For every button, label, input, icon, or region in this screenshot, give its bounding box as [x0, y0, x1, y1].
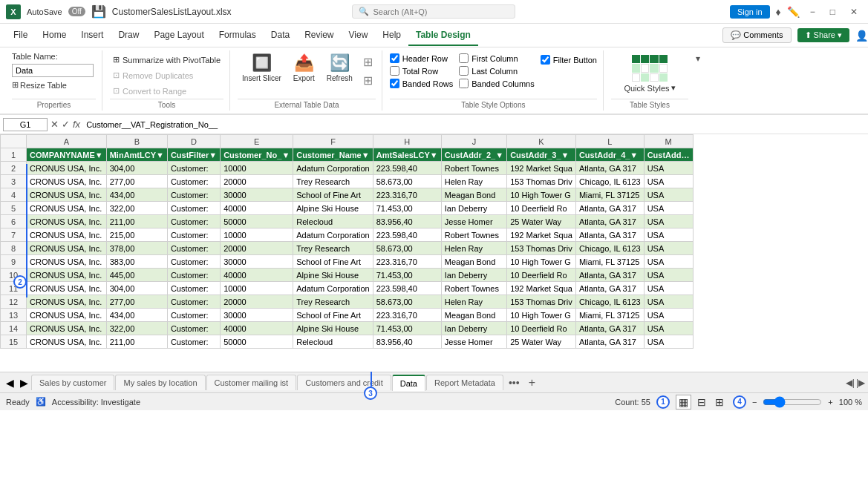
search-input[interactable] — [373, 7, 492, 16]
cell-5-6[interactable]: Ian Deberry — [441, 202, 506, 215]
cell-11-6[interactable]: Robert Townes — [441, 282, 506, 295]
cell-5-1[interactable]: 322,00 — [106, 202, 167, 215]
cell-7-0[interactable]: CRONUS USA, Inc. — [27, 228, 107, 242]
sheet-tab-more[interactable]: ••• — [504, 377, 524, 389]
summarize-pivot-button[interactable]: ⊞ Summarize with PivotTable — [110, 53, 223, 66]
cell-13-2[interactable]: Customer: — [167, 309, 220, 322]
sheet-nav-prev[interactable]: ◀ — [3, 377, 17, 389]
col-J-header[interactable]: J — [441, 135, 506, 148]
cell-3-5[interactable]: 58.673,00 — [373, 175, 441, 188]
cell-11-5[interactable]: 223.598,40 — [373, 282, 441, 295]
tab-insert[interactable]: Insert — [74, 25, 111, 46]
export-button[interactable]: 📤 Export — [289, 50, 319, 85]
cell-8-5[interactable]: 58.673,00 — [373, 242, 441, 255]
cell-7-8[interactable]: Atlanta, GA 317 — [575, 228, 644, 242]
ribbon-collapse-icon[interactable]: 👤 — [855, 30, 868, 42]
cell-12-0[interactable]: CRONUS USA, Inc. — [27, 295, 107, 309]
cell-11-2[interactable]: Customer: — [167, 282, 220, 295]
cell-12-3[interactable]: 20000 — [221, 295, 293, 309]
close-button[interactable]: ✕ — [846, 7, 862, 17]
sheet-add-button[interactable]: + — [524, 376, 540, 389]
sign-in-button[interactable]: Sign in — [730, 5, 770, 19]
sheet-tab-mailing[interactable]: Customer mailing ist — [206, 375, 297, 390]
cell-10-2[interactable]: Customer: — [167, 269, 220, 282]
cell-4-5[interactable]: 223.316,70 — [373, 188, 441, 202]
page-layout-icon[interactable]: ⊟ — [694, 395, 709, 409]
search-box[interactable]: 🔍 — [352, 4, 515, 19]
sheet-tab-my-sales[interactable]: My sales by location — [115, 375, 205, 390]
sheet-tab-customers-credit[interactable]: Customers and credit — [297, 375, 391, 390]
cell-12-7[interactable]: 153 Thomas Driv — [507, 295, 576, 309]
cell-4-9[interactable]: USA — [644, 188, 693, 202]
cell-2-4[interactable]: Adatum Corporation — [293, 162, 373, 175]
tab-help[interactable]: Help — [375, 25, 408, 46]
cell-4-3[interactable]: 30000 — [221, 188, 293, 202]
cell-14-6[interactable]: Ian Deberry — [441, 322, 506, 335]
cell-15-5[interactable]: 83.956,40 — [373, 335, 441, 349]
ribbon-expand-button[interactable]: ▾ — [696, 50, 700, 111]
header-cell-9[interactable]: CustAdd… — [644, 148, 693, 162]
first-column-checkbox[interactable] — [459, 53, 469, 63]
cell-14-1[interactable]: 322,00 — [106, 322, 167, 335]
last-column-checkbox[interactable] — [459, 66, 469, 76]
last-column-checkbox-label[interactable]: Last Column — [459, 66, 534, 76]
cell-6-7[interactable]: 25 Water Way — [507, 215, 576, 228]
cell-14-5[interactable]: 71.453,00 — [373, 322, 441, 335]
banded-columns-checkbox-label[interactable]: Banded Columns — [459, 79, 534, 88]
autosave-toggle[interactable]: Off — [68, 7, 85, 16]
remove-duplicates-button[interactable]: ⊡ Remove Duplicates — [110, 69, 196, 82]
header-cell-7[interactable]: CustAddr_3_▼ — [507, 148, 576, 162]
cell-13-5[interactable]: 223.316,70 — [373, 309, 441, 322]
header-cell-5[interactable]: AmtSalesLCY▼ — [373, 148, 441, 162]
quick-styles-dropdown-icon[interactable]: ▾ — [671, 83, 676, 93]
cell-12-2[interactable]: Customer: — [167, 295, 220, 309]
cell-9-2[interactable]: Customer: — [167, 255, 220, 269]
cell-15-7[interactable]: 25 Water Way — [507, 335, 576, 349]
cell-11-7[interactable]: 192 Market Squa — [507, 282, 576, 295]
sheet-scroll-left[interactable]: ◀| — [846, 378, 855, 388]
share-button[interactable]: ⬆ Share ▾ — [797, 28, 849, 42]
cell-8-2[interactable]: Customer: — [167, 242, 220, 255]
cell-5-0[interactable]: CRONUS USA, Inc. — [27, 202, 107, 215]
cell-8-4[interactable]: Trey Research — [293, 242, 373, 255]
cell-4-0[interactable]: CRONUS USA, Inc. — [27, 188, 107, 202]
cell-13-3[interactable]: 30000 — [221, 309, 293, 322]
zoom-out-icon[interactable]: − — [752, 398, 757, 407]
cell-3-1[interactable]: 277,00 — [106, 175, 167, 188]
sheet-tab-sales-by-customer[interactable]: Sales by customer — [31, 375, 114, 390]
cell-8-6[interactable]: Helen Ray — [441, 242, 506, 255]
col-F-header[interactable]: F — [293, 135, 373, 148]
col-B-header[interactable]: B — [106, 135, 167, 148]
col-K-header[interactable]: K — [507, 135, 576, 148]
cell-2-9[interactable]: USA — [644, 162, 693, 175]
cell-10-1[interactable]: 445,00 — [106, 269, 167, 282]
cell-15-6[interactable]: Jesse Homer — [441, 335, 506, 349]
header-row-checkbox-label[interactable]: Header Row — [390, 53, 454, 63]
cell-4-8[interactable]: Miami, FL 37125 — [575, 188, 644, 202]
cell-3-8[interactable]: Chicago, IL 6123 — [575, 175, 644, 188]
cell-10-5[interactable]: 71.453,00 — [373, 269, 441, 282]
cell-2-3[interactable]: 10000 — [221, 162, 293, 175]
cell-14-8[interactable]: Atlanta, GA 317 — [575, 322, 644, 335]
header-cell-0[interactable]: COMPANYNAME▼ — [27, 148, 107, 162]
filter-button-checkbox-label[interactable]: Filter Button — [541, 55, 597, 65]
cell-2-1[interactable]: 304,00 — [106, 162, 167, 175]
cell-6-1[interactable]: 211,00 — [106, 215, 167, 228]
cell-5-2[interactable]: Customer: — [167, 202, 220, 215]
cell-6-8[interactable]: Atlanta, GA 317 — [575, 215, 644, 228]
cell-6-0[interactable]: CRONUS USA, Inc. — [27, 215, 107, 228]
cell-13-8[interactable]: Miami, FL 37125 — [575, 309, 644, 322]
cell-6-5[interactable]: 83.956,40 — [373, 215, 441, 228]
cell-6-9[interactable]: USA — [644, 215, 693, 228]
cell-9-0[interactable]: CRONUS USA, Inc. — [27, 255, 107, 269]
resize-table-button[interactable]: ⊞ Resize Table — [12, 80, 67, 90]
cell-2-7[interactable]: 192 Market Squa — [507, 162, 576, 175]
cell-11-4[interactable]: Adatum Corporation — [293, 282, 373, 295]
cell-7-6[interactable]: Robert Townes — [441, 228, 506, 242]
cell-12-6[interactable]: Helen Ray — [441, 295, 506, 309]
tab-page-layout[interactable]: Page Layout — [146, 25, 211, 46]
total-row-checkbox-label[interactable]: Total Row — [390, 66, 454, 76]
cell-7-2[interactable]: Customer: — [167, 228, 220, 242]
cell-9-5[interactable]: 223.316,70 — [373, 255, 441, 269]
cell-7-7[interactable]: 192 Market Squa — [507, 228, 576, 242]
